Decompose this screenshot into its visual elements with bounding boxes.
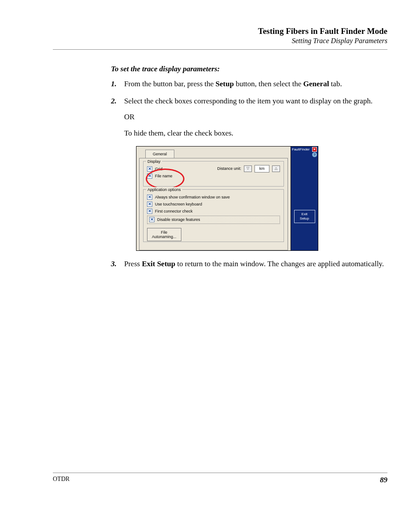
display-group-title: Display (146, 159, 162, 165)
step-3-text: Press Exit Setup to return to the main w… (124, 260, 384, 268)
setup-dialog-screenshot: General Display ✕ Grid (136, 146, 318, 251)
step-2: 2. Select the check boxes corresponding … (111, 96, 387, 251)
option-first-connector-label: First connector check (155, 209, 193, 214)
step-3: 3. Press Exit Setup to return to the mai… (111, 259, 387, 270)
unit-increment[interactable]: △ (272, 165, 280, 172)
step-2-text-2: To hide them, clear the check boxes. (124, 128, 387, 139)
distance-unit: Distance unit: ▽ km △ (217, 165, 280, 172)
checkbox-first-connector[interactable]: ✕ (147, 209, 152, 214)
section-title: Setting Trace Display Parameters (53, 37, 387, 45)
unit-value: km (254, 165, 269, 172)
option-touch-keyboard-row: ✕ Use touchscreen keyboard (147, 202, 280, 207)
sidebar-app-name: FaultFinder (292, 147, 309, 152)
checkbox-grid[interactable]: ✕ (147, 166, 152, 172)
checkbox-grid-row: ✕ Grid (147, 166, 173, 172)
exit-setup-button[interactable]: Exit Setup (294, 210, 315, 223)
option-confirm-save-row: ✕ Always show confirmation window on sav… (147, 194, 280, 200)
header-rule (53, 49, 387, 50)
help-icon[interactable]: ? (312, 152, 317, 157)
step-1: 1. From the button bar, press the Setup … (111, 79, 387, 90)
option-first-connector-row: ✕ First connector check (147, 209, 280, 214)
option-confirm-save-label: Always show confirmation window on save (155, 194, 230, 200)
option-touch-keyboard-label: Use touchscreen keyboard (155, 202, 202, 207)
app-options-title: Application options (146, 187, 182, 193)
dialog-sidebar: FaultFinder ✕ ? Exit Setup (291, 147, 318, 250)
checkbox-disable-storage[interactable]: ✕ (149, 217, 155, 222)
footer-page-number: 89 (380, 476, 387, 484)
step-1-text: From the button bar, press the Setup but… (124, 80, 342, 88)
option-disable-storage-label: Disable storage features (157, 217, 200, 223)
step-2-text-1: Select the check boxes corresponding to … (124, 97, 372, 105)
step-number: 3. (111, 259, 117, 270)
checkbox-filename[interactable]: ✕ (147, 173, 152, 179)
settings-panel: Display ✕ Grid ✕ File name (139, 158, 288, 250)
checkbox-filename-label: File name (155, 173, 173, 179)
display-group: Display ✕ Grid ✕ File name (143, 161, 284, 187)
step-number: 2. (111, 96, 117, 107)
application-options-group: Application options ✕ Always show confir… (143, 189, 284, 242)
close-icon[interactable]: ✕ (312, 147, 317, 152)
chapter-title: Testing Fibers in Fault Finder Mode (53, 26, 387, 36)
footer-rule (53, 473, 387, 473)
checkbox-filename-row: ✕ File name (147, 173, 173, 179)
distance-unit-label: Distance unit: (217, 166, 241, 172)
checkbox-grid-label: Grid (155, 166, 162, 172)
checkbox-touch-keyboard[interactable]: ✕ (147, 202, 152, 207)
step-number: 1. (111, 79, 117, 90)
footer-product: OTDR (53, 476, 70, 484)
unit-decrement[interactable]: ▽ (244, 165, 252, 172)
dialog-main: General Display ✕ Grid (136, 147, 291, 250)
checkbox-confirm-save[interactable]: ✕ (147, 194, 152, 200)
option-disable-storage-row: ✕ Disable storage features (147, 216, 280, 224)
file-autonaming-button[interactable]: File Autonaming... (147, 228, 181, 242)
procedure-heading: To set the trace display parameters: (111, 65, 387, 73)
tab-general[interactable]: General (145, 150, 174, 158)
sidebar-titlebar: FaultFinder ✕ (291, 147, 318, 153)
step-2-or: OR (124, 112, 387, 123)
